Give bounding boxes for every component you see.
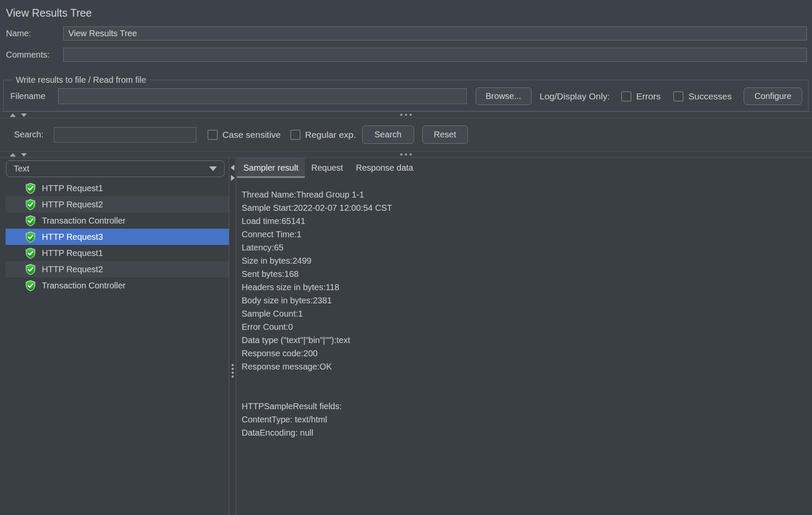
comments-input[interactable]	[63, 48, 807, 62]
result-tabbar: Sampler result Request Response data	[236, 158, 812, 178]
search-input[interactable]	[54, 127, 196, 143]
successes-label: Successes	[688, 91, 732, 102]
filename-label: Filename	[10, 91, 58, 101]
tree-item-label: HTTP Request1	[42, 248, 103, 258]
tree-item-label: Transaction Controller	[42, 281, 126, 291]
splitter-grip-icon[interactable]	[400, 154, 412, 156]
success-shield-icon	[25, 199, 36, 210]
comments-label: Comments:	[6, 50, 63, 60]
errors-label: Errors	[636, 91, 660, 102]
splitter-grip-icon[interactable]	[400, 114, 412, 116]
success-shield-icon	[25, 183, 36, 194]
browse-button[interactable]: Browse...	[476, 87, 532, 105]
success-shield-icon	[25, 231, 36, 243]
tree-item-label: HTTP Request1	[42, 183, 103, 193]
tree-item[interactable]: HTTP Request1	[6, 180, 229, 196]
results-tree-panel: Text HTTP Request1 HTTP Request2 Transac…	[0, 158, 229, 515]
tree-item-label: HTTP Request2	[42, 265, 103, 274]
tree-item[interactable]: HTTP Request2	[6, 196, 229, 212]
tab-sampler-result[interactable]: Sampler result	[237, 158, 305, 178]
filename-input[interactable]	[58, 88, 467, 104]
splitter-expand-right-icon[interactable]	[231, 175, 235, 181]
page-title: View Results Tree	[6, 7, 812, 19]
tab-response-data[interactable]: Response data	[349, 158, 420, 178]
result-detail-panel: Sampler result Request Response data Thr…	[236, 158, 812, 515]
splitter-collapse-up-icon[interactable]	[10, 153, 16, 157]
view-results-tree-panel: View Results Tree Name: Comments: Write …	[0, 0, 812, 515]
errors-checkbox[interactable]	[621, 91, 631, 102]
regular-exp-label: Regular exp.	[305, 130, 356, 140]
view-mode-selected-value: Text	[14, 164, 29, 174]
log-display-only-label: Log/Display Only:	[540, 91, 610, 102]
tree-item-label: HTTP Request3	[42, 232, 103, 242]
splitter-collapse-up-icon[interactable]	[10, 113, 16, 117]
success-shield-icon	[25, 215, 36, 227]
splitter-expand-down-icon[interactable]	[21, 113, 27, 117]
tree-item[interactable]: HTTP Request1	[6, 245, 229, 261]
splitter-collapse-left-icon[interactable]	[231, 165, 234, 171]
results-tree: HTTP Request1 HTTP Request2 Transaction …	[6, 180, 229, 294]
tree-item[interactable]: Transaction Controller	[6, 277, 229, 294]
name-label: Name:	[6, 29, 63, 38]
search-label: Search:	[14, 130, 44, 140]
tree-item[interactable]: HTTP Request2	[6, 261, 229, 277]
main-split-area: Text HTTP Request1 HTTP Request2 Transac…	[0, 158, 812, 515]
chevron-down-icon	[209, 166, 217, 171]
case-sensitive-label: Case sensitive	[222, 130, 281, 140]
search-bar: Search: Case sensitive Regular exp. Sear…	[0, 118, 812, 151]
tree-item[interactable]: Transaction Controller	[6, 212, 229, 229]
sampler-result-text: Thread Name:Thread Group 1-1 Sample Star…	[236, 178, 812, 439]
case-sensitive-checkbox[interactable]	[207, 130, 218, 140]
name-row: Name:	[6, 26, 807, 41]
regular-exp-checkbox[interactable]	[290, 130, 301, 140]
write-results-group-title: Write results to file / Read from file	[13, 75, 149, 85]
tree-item-label: Transaction Controller	[42, 216, 126, 226]
tree-item-selected[interactable]: HTTP Request3	[6, 229, 229, 245]
success-shield-icon	[25, 280, 36, 291]
configure-button[interactable]: Configure	[744, 87, 802, 105]
horizontal-splitter-bottom[interactable]	[0, 151, 812, 158]
successes-checkbox[interactable]	[673, 91, 683, 102]
reset-button[interactable]: Reset	[422, 125, 468, 144]
view-mode-select[interactable]: Text	[6, 160, 225, 177]
horizontal-splitter-top[interactable]	[0, 111, 812, 118]
splitter-grip-icon[interactable]	[231, 364, 234, 378]
splitter-expand-down-icon[interactable]	[21, 153, 27, 157]
tree-item-label: HTTP Request2	[42, 200, 103, 209]
success-shield-icon	[25, 247, 36, 259]
splitter-arrow-group	[10, 153, 27, 157]
success-shield-icon	[25, 264, 36, 275]
search-button[interactable]: Search	[362, 125, 414, 144]
write-results-group: Write results to file / Read from file F…	[3, 75, 809, 111]
vertical-splitter[interactable]	[229, 158, 236, 515]
filename-row: Filename Browse... Log/Display Only: Err…	[10, 87, 802, 105]
config-area: View Results Tree Name: Comments: Write …	[0, 0, 812, 111]
name-input[interactable]	[63, 26, 807, 41]
comments-row: Comments:	[6, 48, 807, 62]
tab-request[interactable]: Request	[305, 158, 350, 178]
splitter-arrow-group	[10, 113, 27, 117]
